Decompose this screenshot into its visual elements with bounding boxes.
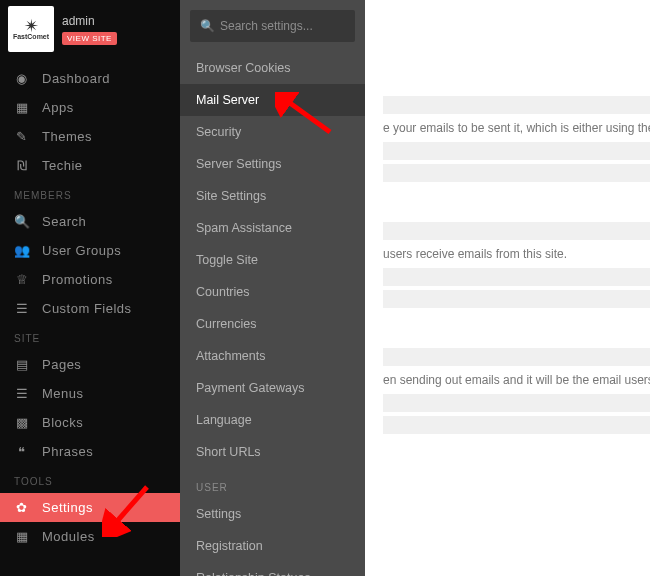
settings-item-attachments[interactable]: Attachments xyxy=(180,340,365,372)
sidebar-header: ✴ FastComet admin VIEW SITE xyxy=(0,0,180,64)
section-label-members: MEMBERS xyxy=(0,180,180,207)
sidebar: ✴ FastComet admin VIEW SITE ◉ Dashboard … xyxy=(0,0,180,576)
sidebar-item-settings[interactable]: ✿ Settings xyxy=(0,493,180,522)
settings-item-spam-assistance[interactable]: Spam Assistance xyxy=(180,212,365,244)
sidebar-item-modules[interactable]: ▦ Modules xyxy=(0,522,180,551)
settings-item-site-settings[interactable]: Site Settings xyxy=(180,180,365,212)
settings-item-short-urls[interactable]: Short URLs xyxy=(180,436,365,468)
settings-item-currencies[interactable]: Currencies xyxy=(180,308,365,340)
sidebar-item-label: Dashboard xyxy=(42,71,110,86)
settings-item-browser-cookies[interactable]: Browser Cookies xyxy=(180,52,365,84)
settings-panel: 🔍 Browser Cookies Mail Server Security S… xyxy=(180,0,365,576)
page-icon: ▤ xyxy=(14,357,30,372)
placeholder-bar xyxy=(383,164,650,182)
settings-item-countries[interactable]: Countries xyxy=(180,276,365,308)
settings-item-server-settings[interactable]: Server Settings xyxy=(180,148,365,180)
sidebar-item-label: Menus xyxy=(42,386,84,401)
help-text: e your emails to be sent it, which is ei… xyxy=(383,118,650,138)
settings-item-payment-gateways[interactable]: Payment Gateways xyxy=(180,372,365,404)
settings-item-user-settings[interactable]: Settings xyxy=(180,498,365,530)
sidebar-item-label: Search xyxy=(42,214,86,229)
settings-item-relationship-statues[interactable]: Relationship Statues xyxy=(180,562,365,576)
gear-icon: ✿ xyxy=(14,500,30,515)
list-icon: ☰ xyxy=(14,301,30,316)
dashboard-icon: ◉ xyxy=(14,71,30,86)
settings-section-user: USER xyxy=(180,468,365,498)
admin-username[interactable]: admin xyxy=(62,14,117,28)
sidebar-item-phrases[interactable]: ❝ Phrases xyxy=(0,437,180,466)
sidebar-item-pages[interactable]: ▤ Pages xyxy=(0,350,180,379)
logo[interactable]: ✴ FastComet xyxy=(8,6,54,52)
settings-item-registration[interactable]: Registration xyxy=(180,530,365,562)
sidebar-item-menus[interactable]: ☰ Menus xyxy=(0,379,180,408)
sidebar-item-custom-fields[interactable]: ☰ Custom Fields xyxy=(0,294,180,323)
main-content: e your emails to be sent it, which is ei… xyxy=(365,0,650,576)
sidebar-item-promotions[interactable]: ♕ Promotions xyxy=(0,265,180,294)
modules-icon: ▦ xyxy=(14,529,30,544)
settings-item-language[interactable]: Language xyxy=(180,404,365,436)
placeholder-bar xyxy=(383,290,650,308)
menu-icon: ☰ xyxy=(14,386,30,401)
placeholder-bar xyxy=(383,348,650,366)
sidebar-item-label: User Groups xyxy=(42,243,121,258)
grid-icon: ▩ xyxy=(14,415,30,430)
sidebar-item-label: Pages xyxy=(42,357,81,372)
settings-item-security[interactable]: Security xyxy=(180,116,365,148)
sidebar-item-themes[interactable]: ✎ Themes xyxy=(0,122,180,151)
sidebar-item-label: Modules xyxy=(42,529,95,544)
logo-text: FastComet xyxy=(13,33,49,40)
help-text: en sending out emails and it will be the… xyxy=(383,370,650,390)
techie-icon: ₪ xyxy=(14,158,30,173)
section-label-tools: TOOLS xyxy=(0,466,180,493)
sidebar-item-label: Apps xyxy=(42,100,74,115)
sidebar-item-label: Themes xyxy=(42,129,92,144)
settings-item-mail-server[interactable]: Mail Server xyxy=(180,84,365,116)
placeholder-bar xyxy=(383,416,650,434)
comet-icon: ✴ xyxy=(24,19,39,33)
sidebar-item-label: Promotions xyxy=(42,272,113,287)
sidebar-item-dashboard[interactable]: ◉ Dashboard xyxy=(0,64,180,93)
sidebar-item-search[interactable]: 🔍 Search xyxy=(0,207,180,236)
apps-icon: ▦ xyxy=(14,100,30,115)
quote-icon: ❝ xyxy=(14,444,30,459)
settings-item-toggle-site[interactable]: Toggle Site xyxy=(180,244,365,276)
sidebar-item-label: Settings xyxy=(42,500,93,515)
brush-icon: ✎ xyxy=(14,129,30,144)
placeholder-bar xyxy=(383,394,650,412)
sidebar-item-techie[interactable]: ₪ Techie xyxy=(0,151,180,180)
sidebar-item-apps[interactable]: ▦ Apps xyxy=(0,93,180,122)
search-icon: 🔍 xyxy=(200,19,215,33)
users-icon: 👥 xyxy=(14,243,30,258)
help-text: users receive emails from this site. xyxy=(383,244,650,264)
sidebar-item-label: Blocks xyxy=(42,415,83,430)
section-label-site: SITE xyxy=(0,323,180,350)
sidebar-item-label: Techie xyxy=(42,158,83,173)
placeholder-bar xyxy=(383,96,650,114)
view-site-button[interactable]: VIEW SITE xyxy=(62,32,117,45)
placeholder-bar xyxy=(383,142,650,160)
sidebar-item-label: Custom Fields xyxy=(42,301,132,316)
sidebar-item-label: Phrases xyxy=(42,444,93,459)
sidebar-item-user-groups[interactable]: 👥 User Groups xyxy=(0,236,180,265)
diamond-icon: ♕ xyxy=(14,272,30,287)
search-icon: 🔍 xyxy=(14,214,30,229)
placeholder-bar xyxy=(383,268,650,286)
sidebar-item-blocks[interactable]: ▩ Blocks xyxy=(0,408,180,437)
placeholder-bar xyxy=(383,222,650,240)
